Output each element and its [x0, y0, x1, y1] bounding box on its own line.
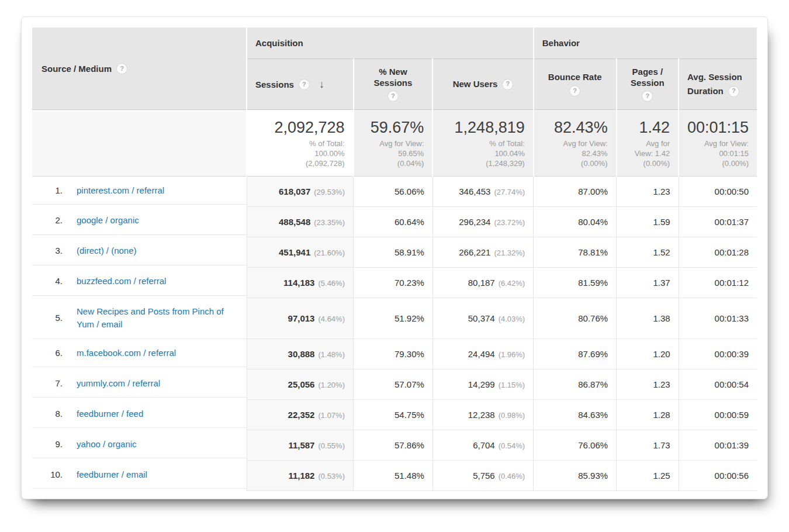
- table-row: 9.yahoo / organic 11,587(0.55%) 57.86% 6…: [32, 430, 757, 461]
- sessions-pct: (23.35%): [314, 218, 345, 227]
- column-header-bounce-rate[interactable]: Bounce Rate ?: [534, 59, 617, 110]
- sessions-total: 2,092,728: [252, 119, 344, 137]
- new-sessions-total-note: Avg for View: 59.65% (0.04%): [359, 139, 424, 168]
- source-medium-link[interactable]: feedburner / feed: [77, 407, 143, 420]
- bounce-value: 85.93%: [578, 471, 608, 481]
- pages-value: 1.25: [653, 471, 670, 481]
- avg-duration-cell: 00:00:56: [679, 461, 757, 491]
- new-sessions-value: 56.06%: [394, 186, 424, 196]
- sessions-pct: (21.60%): [314, 248, 345, 257]
- new-users-total: 1,248,819: [438, 119, 524, 137]
- sessions-value: 25,056: [288, 379, 315, 389]
- new-users-pct: (0.98%): [499, 411, 525, 420]
- help-icon[interactable]: ?: [642, 91, 653, 102]
- duration-total-note: Avg for View: 00:01:15 (0.00%): [684, 139, 749, 168]
- column-header-avg-session-duration[interactable]: Avg. Session Duration ?: [679, 59, 757, 110]
- new-sessions-cell: 51.92%: [354, 298, 433, 339]
- help-icon[interactable]: ?: [299, 79, 310, 90]
- sessions-cell: 11,182(0.53%): [247, 461, 353, 491]
- sessions-cell: 451,941(21.60%): [247, 237, 353, 267]
- column-header-sessions[interactable]: Sessions ? ↓: [247, 59, 353, 110]
- new-sessions-cell: 79.30%: [354, 339, 433, 369]
- source-medium-link[interactable]: yahoo / organic: [77, 438, 137, 451]
- sessions-value: 451,941: [279, 247, 310, 257]
- pages-value: 1.37: [653, 278, 670, 288]
- new-users-pct: (0.54%): [499, 441, 525, 450]
- table-row: 1.pinterest.com / referral 618,037(29.53…: [32, 176, 757, 206]
- sessions-cell: 114,183(5.46%): [247, 267, 353, 298]
- pages-value: 1.28: [653, 410, 670, 420]
- column-header-new-users[interactable]: New Users ?: [432, 59, 533, 110]
- source-medium-link[interactable]: (direct) / (none): [77, 244, 137, 257]
- bounce-rate-cell: 84.63%: [534, 400, 617, 430]
- pages-session-cell: 1.52: [617, 237, 679, 267]
- sessions-pct: (1.07%): [318, 411, 345, 420]
- help-icon[interactable]: ?: [387, 91, 399, 102]
- sessions-value: 30,888: [288, 349, 315, 359]
- new-sessions-value: 58.91%: [394, 247, 424, 257]
- bounce-value: 87.00%: [578, 186, 608, 196]
- source-medium-link[interactable]: New Recipes and Posts from Pinch of Yum …: [77, 305, 242, 331]
- sessions-label: Sessions: [255, 80, 294, 89]
- new-users-pct: (21.32%): [494, 248, 525, 257]
- new-users-cell: 24,494(1.96%): [432, 339, 533, 369]
- new-users-value: 50,374: [468, 313, 495, 323]
- new-users-pct: (0.46%): [499, 472, 525, 481]
- bounce-value: 80.04%: [578, 217, 608, 227]
- new-sessions-value: 60.64%: [394, 217, 424, 227]
- bounce-total: 82.43%: [539, 119, 608, 137]
- bounce-rate-cell: 85.93%: [534, 461, 617, 491]
- help-icon[interactable]: ?: [728, 86, 739, 97]
- sessions-value: 11,182: [288, 471, 314, 481]
- sessions-value: 22,352: [288, 410, 315, 420]
- pages-session-cell: 1.28: [617, 400, 679, 430]
- source-medium-link[interactable]: yummly.com / referral: [77, 377, 160, 390]
- row-rank: 1.: [43, 185, 63, 195]
- source-medium-link[interactable]: feedburner / email: [77, 468, 147, 481]
- pages-session-cell: 1.73: [617, 430, 679, 461]
- summary-pages-cell: 1.42 Avg for View: 1.42 (0.00%): [617, 110, 679, 177]
- column-header-source-medium[interactable]: Source / Medium ?: [32, 27, 247, 110]
- table-row: 2.google / organic 488,548(23.35%) 60.64…: [32, 206, 757, 237]
- new-users-value: 12,238: [468, 410, 495, 420]
- sessions-value: 488,548: [279, 217, 310, 227]
- new-sessions-value: 70.23%: [394, 278, 424, 288]
- duration-value: 00:01:39: [715, 440, 749, 450]
- summary-row: 2,092,728 % of Total: 100.00% (2,092,728…: [32, 110, 757, 177]
- sessions-cell: 488,548(23.35%): [247, 206, 353, 237]
- source-medium-link[interactable]: buzzfeed.com / referral: [77, 275, 166, 288]
- table-row: 6.m.facebook.com / referral 30,888(1.48%…: [32, 339, 757, 369]
- column-header-pages-session[interactable]: Pages / Session ?: [617, 59, 679, 110]
- group-header-row: Source / Medium ? Acquisition Behavior: [32, 27, 757, 59]
- summary-sessions-cell: 2,092,728 % of Total: 100.00% (2,092,728…: [247, 110, 353, 177]
- source-medium-link[interactable]: m.facebook.com / referral: [77, 347, 176, 360]
- help-icon[interactable]: ?: [569, 85, 580, 96]
- new-sessions-value: 79.30%: [394, 349, 424, 359]
- summary-source-cell: [32, 110, 247, 177]
- bounce-rate-cell: 80.76%: [534, 298, 617, 339]
- new-users-cell: 266,221(21.32%): [432, 237, 533, 267]
- column-header-new-sessions[interactable]: % New Sessions ?: [354, 59, 433, 110]
- new-users-pct: (23.72%): [494, 218, 525, 227]
- duration-value: 00:00:56: [715, 471, 749, 481]
- bounce-rate-cell: 81.59%: [534, 267, 617, 298]
- help-icon[interactable]: ?: [502, 79, 513, 90]
- avg-duration-cell: 00:01:39: [679, 430, 757, 461]
- help-icon[interactable]: ?: [116, 63, 127, 74]
- summary-bounce-cell: 82.43% Avg for View: 82.43% (0.00%): [534, 110, 617, 177]
- source-medium-link[interactable]: pinterest.com / referral: [77, 184, 164, 197]
- new-sessions-cell: 57.86%: [354, 430, 433, 461]
- sort-descending-icon[interactable]: ↓: [319, 78, 324, 91]
- avg-duration-cell: 00:01:12: [679, 267, 757, 298]
- bounce-value: 80.76%: [578, 313, 608, 323]
- source-medium-link[interactable]: google / organic: [77, 214, 139, 227]
- new-users-cell: 5,756(0.46%): [432, 461, 533, 491]
- sessions-value: 11,587: [288, 440, 314, 450]
- new-sessions-cell: 54.75%: [354, 400, 433, 430]
- pages-value: 1.38: [653, 313, 670, 323]
- new-users-pct: (1.15%): [499, 381, 525, 389]
- new-sessions-value: 54.75%: [394, 410, 424, 420]
- duration-label-line1: Avg. Session: [687, 70, 742, 84]
- group-header-acquisition: Acquisition: [247, 27, 534, 59]
- new-users-value: 24,494: [468, 349, 495, 359]
